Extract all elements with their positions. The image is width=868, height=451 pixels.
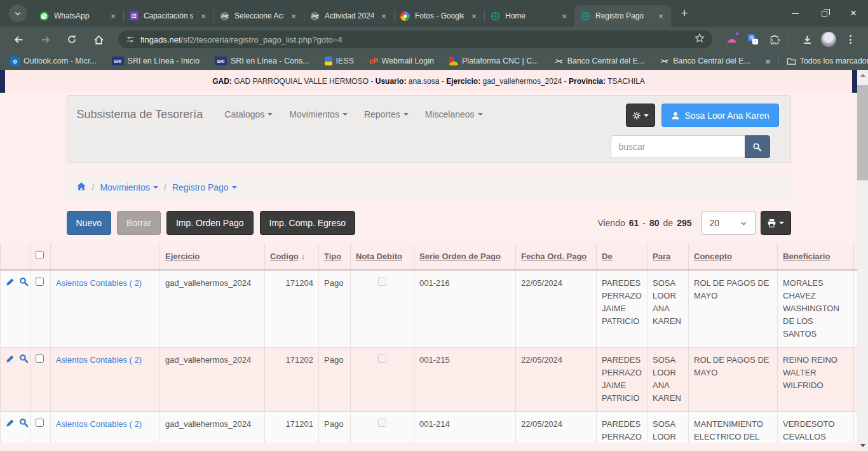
header-de[interactable]: De [597,243,648,270]
kebab-menu-icon [850,35,851,44]
asientos-contables-link[interactable]: Asientos Contables ( 2) [56,278,142,288]
bookmark-label: SRI en Línea - Inicio [128,57,200,65]
row-checkbox[interactable] [36,419,44,427]
settings-button[interactable] [626,104,655,127]
search-input[interactable] [611,135,745,158]
cloud-extension-button[interactable] [722,30,740,48]
tab-close-icon[interactable] [379,11,389,21]
url-domain: fingads.net [140,35,181,44]
row-checkbox[interactable] [36,278,44,286]
back-button[interactable] [9,30,28,49]
restore-button[interactable] [810,0,839,27]
all-bookmarks-button[interactable]: Todos los marcadores [787,57,868,66]
bookmark-banco-central-2[interactable]: Banco Central del E... [660,57,750,66]
asientos-contables-link[interactable]: Asientos Contables ( 2) [56,355,142,365]
cell-de: PAREDES PERRAZO JAIME PATRICIO [597,347,648,412]
edit-icon[interactable] [6,354,15,367]
downloads-button[interactable] [798,30,816,48]
borrar-button[interactable]: Borrar [117,211,161,235]
bookmark-cnc[interactable]: Plataforma CNC | C... [449,57,539,65]
tab-close-icon[interactable] [288,11,299,21]
provincia-value: TSACHILA [607,77,645,86]
tab-close-icon[interactable] [198,11,208,21]
header-beneficiario[interactable]: Beneficiario [778,243,854,270]
cell-serie: 001-216 [414,270,516,347]
imp-orden-pago-button[interactable]: Imp. Orden Pago [166,211,254,235]
header-serie-orden[interactable]: Serie Orden de Pago [414,243,516,270]
header-fecha-ord[interactable]: Fecha Ord. Pago [516,243,597,270]
minimize-icon [792,13,799,14]
cell-para: SOSA LOOR ANA KAREN [648,412,689,443]
bookmark-sri-inicio[interactable]: SRISRI en Línea - Inicio [112,57,200,65]
header-nota-debito[interactable]: Nota Debito [351,243,414,270]
cell-tipo: Pago [319,270,351,347]
chevron-down-icon [403,113,409,116]
edit-icon[interactable] [6,278,15,290]
bookmark-banco-central-1[interactable]: Banco Central del E... [554,57,645,66]
translate-button[interactable]: Gt [744,30,762,48]
vertical-scrollbar[interactable] [857,70,868,451]
cell-de: PAREDES PERRAZO JAIME PATRICIO [597,270,648,347]
view-icon[interactable] [19,418,29,431]
breadcrumb-home-link[interactable] [76,182,86,193]
print-button[interactable] [761,211,791,235]
cell-codigo: 171204 [265,270,319,347]
tab-fotos[interactable]: Fotos - Google F [394,5,484,27]
tab-capacitacion[interactable]: Capacitación so [123,5,214,27]
header-tipo[interactable]: Tipo [319,243,351,270]
address-bar[interactable]: fingads.net/sf2/tesoreria/registro_pago_… [118,30,712,48]
edit-icon[interactable] [6,419,15,431]
vertical-scrollbar-thumb[interactable] [857,85,868,180]
tab-close-icon[interactable] [559,11,569,21]
tab-search-button[interactable] [9,4,27,22]
breadcrumb-movimientos-link[interactable]: Movimientos [100,182,158,192]
browser-menu-button[interactable] [841,30,859,48]
header-para[interactable]: Para [648,243,689,270]
tab-home[interactable]: Home [484,5,574,27]
header-ejercicio[interactable]: Ejercicio [160,243,265,270]
nuevo-button[interactable]: Nuevo [67,211,111,235]
minimize-button[interactable] [780,0,810,27]
select-all-checkbox[interactable] [36,251,44,259]
menu-reportes[interactable]: Reportes [364,109,409,119]
breadcrumb-registro-pago-link[interactable]: Registro Pago [172,182,237,192]
gad-value: GAD PARROQUIAL VALLE HERMOSO [234,77,369,86]
forward-button[interactable] [36,30,55,49]
user-button[interactable]: Sosa Loor Ana Karen [661,104,778,127]
tab-actividad[interactable]: Actividad 2024-0 [304,5,394,27]
bookmark-sri-consultas[interactable]: SRISRI en Línea - Cons... [215,57,309,65]
asientos-contables-link[interactable]: Asientos Contables ( 2) [56,419,142,429]
view-icon[interactable] [19,354,29,367]
view-icon[interactable] [19,277,29,290]
header-concepto[interactable]: Concepto [689,243,778,270]
bookmark-star-button[interactable] [695,33,705,46]
reload-button[interactable] [62,30,81,49]
row-checkbox[interactable] [36,354,44,363]
menu-catalogos[interactable]: Catalogos [224,109,273,119]
bookmarks-overflow-button[interactable]: » [766,56,771,66]
translate-badge-small: t [752,39,758,44]
tab-seleccione[interactable]: Seleccione Activ [214,5,304,27]
scroll-up-button[interactable] [857,70,868,81]
extensions-button[interactable] [766,30,783,48]
page-size-select[interactable]: 20 [702,211,756,235]
header-codigo[interactable]: Codigo [265,243,319,270]
home-icon [76,182,86,191]
search-button[interactable] [745,135,770,158]
tab-close-icon[interactable] [469,11,479,21]
bookmark-webmail[interactable]: cPWebmail Login [369,57,434,65]
bookmark-outlook[interactable]: oOutlook.com - Micr... [10,57,97,66]
tab-close-icon[interactable] [108,11,118,21]
tab-registro-pago-active[interactable]: Registro Pago [574,5,671,27]
tab-close-icon[interactable] [656,11,666,21]
scroll-down-button[interactable] [857,440,868,451]
imp-comp-egreso-button[interactable]: Imp. Comp. Egreso [260,211,356,235]
profile-button[interactable] [820,30,837,48]
menu-movimientos[interactable]: Movimientos [289,109,348,119]
new-tab-button[interactable]: + [676,6,693,20]
menu-miscelaneos[interactable]: Miscelaneos [425,109,483,119]
home-button[interactable] [89,30,108,49]
tab-whatsapp[interactable]: WhatsApp [33,5,123,27]
bookmark-iess[interactable]: IESS [325,57,355,65]
close-button[interactable] [839,0,868,27]
